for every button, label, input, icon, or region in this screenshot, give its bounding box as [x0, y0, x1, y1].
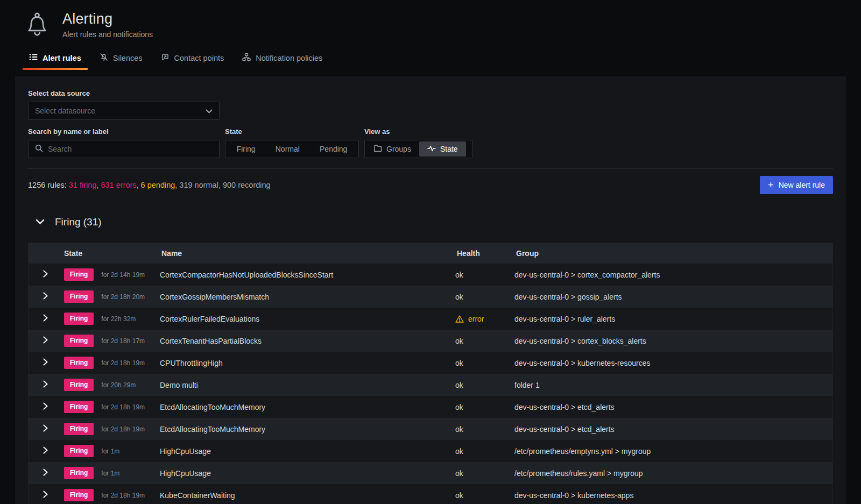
state-filter: State Firing Normal Pending — [225, 127, 359, 158]
sitemap-icon — [242, 53, 251, 63]
bell-slash-icon — [100, 53, 108, 63]
expand-row-button[interactable] — [29, 484, 62, 504]
pulse-icon — [427, 145, 436, 153]
health-cell: ok — [455, 491, 514, 500]
expand-row-button[interactable] — [29, 440, 62, 462]
health-text: ok — [455, 447, 463, 456]
search-label: Search by name or label — [28, 127, 220, 136]
table-row: Firing for 2d 18h 17m CortexTenantHasPar… — [29, 330, 832, 352]
table-row: Firing for 2d 18h 19m EtcdAllocatingTooM… — [29, 418, 832, 440]
tab-silences[interactable]: Silences — [92, 48, 150, 70]
table-row: Firing for 2d 18h 20m CortexGossipMember… — [29, 286, 832, 308]
rule-name: KubeContainerWaiting — [160, 491, 455, 500]
state-badge: Firing — [64, 335, 94, 347]
firing-duration: for 22h 32m — [101, 315, 136, 323]
firing-duration: for 2d 18h 20m — [101, 293, 145, 301]
view-as-groups-button[interactable]: Groups — [366, 141, 419, 157]
new-alert-rule-button[interactable]: + New alert rule — [760, 176, 833, 194]
stats-row: 1256 rules: 31 firing, 631 errors, 6 pen… — [28, 176, 833, 194]
chevron-down-icon — [206, 107, 213, 115]
search-filter: Search by name or label Search — [28, 127, 220, 158]
table-row: Firing for 22h 32m CortexRulerFailedEval… — [29, 308, 832, 330]
expand-row-button[interactable] — [29, 374, 62, 396]
firing-duration: for 2d 18h 17m — [101, 337, 145, 345]
view-as-state-button[interactable]: State — [419, 141, 466, 157]
page-title: Alerting — [62, 11, 153, 27]
expand-row-button[interactable] — [29, 264, 62, 286]
table-row: Firing for 1m HighCpuUsage ok /etc/prome… — [29, 462, 832, 484]
rule-group: dev-us-central-0 > kubernetes-apps — [514, 491, 832, 500]
expand-row-button[interactable] — [29, 330, 62, 352]
search-input[interactable]: Search — [28, 140, 220, 158]
state-option-pending[interactable]: Pending — [313, 140, 354, 158]
expand-row-button[interactable] — [29, 396, 62, 418]
tab-label: Contact points — [174, 54, 224, 62]
table-header: State Name Health Group — [29, 243, 832, 264]
health-text: ok — [455, 293, 463, 301]
expand-row-button[interactable] — [29, 462, 62, 484]
summary-recording: 900 recording — [223, 181, 271, 189]
comment-share-icon — [161, 53, 170, 63]
folder-icon — [374, 145, 382, 153]
rule-group: dev-us-central-0 > etcd_alerts — [514, 403, 832, 411]
alert-rules-table-body: Firing for 2d 14h 19m CortexCompactorHas… — [29, 264, 832, 504]
health-text: ok — [455, 425, 463, 434]
expand-row-button[interactable] — [29, 352, 62, 374]
firing-duration: for 20h 29m — [101, 381, 136, 389]
rule-name: HighCpuUsage — [160, 469, 455, 478]
chevron-right-icon — [43, 402, 48, 411]
rule-name: EtcdAllocatingTooMuchMemory — [160, 425, 455, 434]
alerting-bell-icon — [26, 12, 48, 39]
expand-row-button[interactable] — [29, 286, 62, 308]
rule-group: dev-us-central-0 > kubernetes-resources — [514, 359, 832, 367]
rules-summary-prefix: 1256 rules: — [28, 181, 67, 189]
state-option-normal[interactable]: Normal — [269, 140, 306, 158]
chevron-down-icon — [36, 217, 45, 227]
header-name: Name — [160, 249, 455, 258]
chevron-right-icon — [43, 314, 48, 323]
state-option-firing[interactable]: Firing — [230, 140, 262, 158]
health-text: ok — [455, 359, 463, 367]
rule-group: dev-us-central-0 > ruler_alerts — [514, 315, 832, 323]
rule-name: CortexRulerFailedEvaluations — [160, 315, 455, 323]
tab-contact-points[interactable]: Contact points — [153, 48, 232, 70]
rule-group: dev-us-central-0 > cortex_compactor_aler… — [514, 271, 832, 279]
page-header-text: Alerting Alert rules and notifications — [62, 11, 153, 39]
firing-duration: for 2d 18h 19m — [101, 425, 145, 433]
datasource-placeholder: Select datasource — [35, 107, 95, 115]
health-text: ok — [455, 381, 463, 389]
rule-name: CPUThrottlingHigh — [160, 359, 455, 367]
page-subtitle: Alert rules and notifications — [62, 30, 153, 39]
view-as-filter: View as Groups State — [364, 127, 473, 158]
header-state: State — [62, 249, 160, 258]
alert-rules-table: State Name Health Group Firing for 2d 14… — [28, 243, 833, 504]
firing-duration: for 2d 18h 19m — [101, 359, 145, 367]
header-health: Health — [455, 249, 514, 258]
rule-group: dev-us-central-0 > cortex_blocks_alerts — [514, 337, 832, 345]
rule-name: HighCpuUsage — [160, 447, 455, 456]
rule-group: folder 1 — [514, 381, 832, 389]
state-cell: Firing for 2d 18h 19m — [62, 423, 160, 435]
summary-errors: 631 errors — [101, 181, 136, 189]
tab-notification-policies[interactable]: Notification policies — [235, 48, 330, 70]
firing-section-header[interactable]: Firing (31) — [36, 216, 833, 228]
filter-divider — [28, 168, 833, 169]
firing-duration: for 2d 18h 19m — [101, 403, 145, 411]
table-row: Firing for 2d 18h 19m CPUThrottlingHigh … — [29, 352, 832, 374]
table-row: Firing for 2d 18h 19m KubeContainerWaiti… — [29, 484, 832, 504]
rules-summary: 1256 rules: 31 firing, 631 errors, 6 pen… — [28, 181, 271, 189]
health-cell: error — [455, 315, 514, 323]
tab-alert-rules[interactable]: Alert rules — [22, 48, 89, 70]
firing-duration: for 2d 18h 19m — [101, 492, 145, 499]
table-row: Firing for 2d 18h 19m EtcdAllocatingTooM… — [29, 396, 832, 418]
health-text: ok — [455, 337, 463, 345]
warning-icon — [455, 315, 464, 323]
expand-row-button[interactable] — [29, 308, 62, 330]
state-badge: Firing — [64, 268, 94, 281]
new-alert-rule-label: New alert rule — [779, 181, 825, 189]
datasource-select[interactable]: Select datasource — [28, 102, 220, 120]
firing-duration: for 1m — [101, 448, 119, 455]
health-text: ok — [455, 491, 463, 500]
view-as-group: Groups State — [364, 140, 473, 158]
expand-row-button[interactable] — [29, 418, 62, 440]
